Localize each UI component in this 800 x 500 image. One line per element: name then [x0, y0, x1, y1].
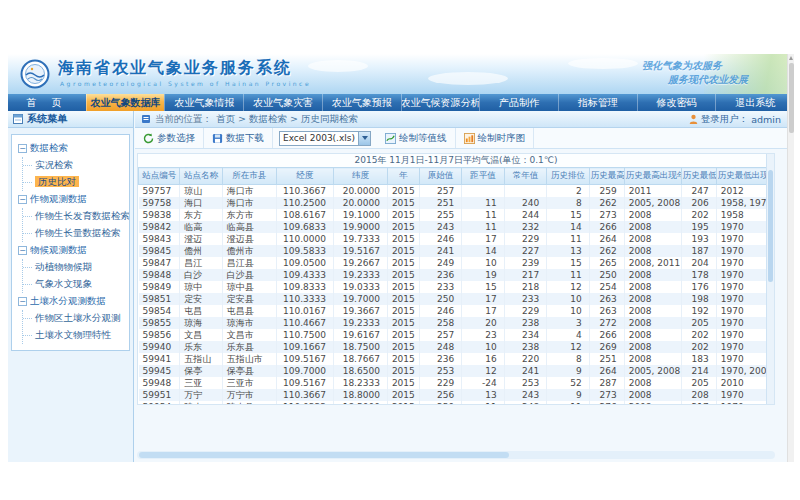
param-select-button[interactable]: 参数选择: [135, 128, 204, 148]
tree-item-1-0[interactable]: 作物生长发育数据检索: [23, 208, 129, 225]
table-row: 59941五指山五指山市109.516718.76672015236162208…: [139, 353, 774, 365]
table-scrollbar-thumb[interactable]: [768, 170, 773, 282]
table-cell: 18.8000: [333, 389, 387, 401]
table-cell: 202: [681, 209, 716, 221]
table-scrollbar[interactable]: [766, 154, 774, 404]
table-cell: 乐东: [180, 341, 223, 353]
nav-item-5[interactable]: 农业气候资源分析: [401, 94, 480, 111]
nav-item-9[interactable]: 退出系统: [715, 94, 794, 111]
table-cell: 110.0167: [276, 305, 333, 317]
table-row: 59849琼中琼中县109.833319.0333201523315218122…: [139, 281, 774, 293]
table-cell: 琼海: [180, 317, 223, 329]
nav-item-4[interactable]: 农业气象预报: [322, 94, 401, 111]
draw-timeseries-label: 绘制时序图: [478, 132, 526, 145]
table-cell: 110.3667: [276, 389, 333, 401]
table-cell: 109.5833: [276, 245, 333, 257]
column-header: 站点名称: [180, 168, 223, 185]
nav-item-8[interactable]: 修改密码: [637, 94, 716, 111]
column-header: 历史最低出现年份: [716, 168, 773, 185]
nav-item-7[interactable]: 指标管理: [558, 94, 637, 111]
table-cell: 三亚市: [222, 377, 276, 389]
app-titles: 海南省农业气象业务服务系统 Agrometeorological System …: [58, 58, 311, 87]
table-cell: 12: [547, 281, 590, 293]
table-cell: 59848: [139, 269, 180, 281]
table-cell: 1970: [716, 353, 773, 365]
tree-node-1[interactable]: −作物观测数据: [12, 191, 129, 208]
table-cell: 1970: [716, 245, 773, 257]
table-cell: 19.3667: [333, 305, 387, 317]
tree-item-1-1[interactable]: 作物生长量数据检索: [23, 225, 129, 242]
table-cell: 屯昌县: [222, 305, 276, 317]
table-cell: 文昌: [180, 329, 223, 341]
column-header: 经度: [276, 168, 333, 185]
draw-timeseries-button[interactable]: 绘制时序图: [456, 128, 535, 148]
collapse-icon[interactable]: −: [18, 195, 27, 204]
table-cell: 259: [589, 185, 624, 198]
table-cell: 儋州: [180, 245, 223, 257]
data-download-button[interactable]: 数据下载: [204, 128, 273, 148]
table-cell: 19.5167: [333, 245, 387, 257]
table-cell: 250: [419, 293, 462, 305]
horizontal-scrollbar[interactable]: [137, 451, 775, 459]
column-header: 历史最低: [681, 168, 716, 185]
table-cell: 琼中: [180, 281, 223, 293]
tree-item-3-0[interactable]: 作物区土壤水分观测: [23, 310, 129, 327]
table-cell: 2015: [387, 317, 419, 329]
table-cell: 232: [504, 221, 547, 233]
table-cell: 2008: [624, 281, 681, 293]
table-cell: 12: [547, 341, 590, 353]
nav-item-3[interactable]: 农业气象灾害: [243, 94, 322, 111]
table-row: 59948三亚三亚市109.516718.23332015229-2425352…: [139, 377, 774, 389]
column-header: 站点编号: [139, 168, 180, 185]
horizontal-scrollbar-thumb[interactable]: [139, 452, 509, 458]
table-cell: 246: [419, 233, 462, 245]
table-cell: 2008: [624, 305, 681, 317]
table-row: 59843澄迈澄迈县110.000019.7333201524617229112…: [139, 233, 774, 245]
table-cell: 273: [589, 389, 624, 401]
tree-node-0[interactable]: −数据检索: [12, 140, 129, 157]
contour-chart-icon: [385, 133, 396, 144]
tree-item-0-0[interactable]: 实况检索: [23, 157, 129, 174]
nav-item-6[interactable]: 产品制作: [479, 94, 558, 111]
table-cell: 19.2333: [333, 317, 387, 329]
nav-item-1[interactable]: 农业气象数据库: [86, 94, 165, 111]
table-cell: 11: [462, 221, 505, 233]
table-cell: 1970: [716, 329, 773, 341]
tree-node-2[interactable]: −物候观测数据: [12, 242, 129, 259]
table-cell: 15: [547, 257, 590, 269]
page-scrollbar-thumb[interactable]: [789, 63, 794, 133]
format-select[interactable]: Excel 2003(.xls): [279, 131, 371, 146]
nav-item-0[interactable]: 首 页: [8, 94, 86, 111]
draw-contour-button[interactable]: 绘制等值线: [377, 128, 456, 148]
table-cell: 265: [589, 257, 624, 269]
table-cell: 琼中县: [222, 281, 276, 293]
page-scrollbar[interactable]: [787, 54, 794, 462]
table-cell: 2008: [624, 341, 681, 353]
table-cell: 287: [589, 377, 624, 389]
tree-node-3[interactable]: −土壤水分观测数据: [12, 293, 129, 310]
table-cell: 保亭: [180, 365, 223, 377]
table-row: 59854屯昌屯昌县110.016719.3667201524617229102…: [139, 305, 774, 317]
table-cell: 183: [681, 353, 716, 365]
collapse-icon[interactable]: −: [18, 297, 27, 306]
chevron-down-icon[interactable]: [358, 132, 370, 145]
save-disk-icon: [212, 133, 223, 144]
tree-item-2-0[interactable]: 动植物物候期: [23, 259, 129, 276]
tree-item-0-1[interactable]: 历史比对: [23, 174, 129, 191]
table-cell: 儋州市: [222, 245, 276, 257]
table-cell: 247: [681, 185, 716, 198]
scroll-up-icon[interactable]: [789, 56, 793, 60]
table-cell: 定安: [180, 293, 223, 305]
collapse-icon[interactable]: −: [18, 144, 27, 153]
collapse-icon[interactable]: −: [18, 246, 27, 255]
table-cell: 229: [419, 377, 462, 389]
nav-item-2[interactable]: 农业气象情报: [164, 94, 243, 111]
table-cell: 19.7000: [333, 293, 387, 305]
column-header: 年: [387, 168, 419, 185]
breadcrumb[interactable]: 首页 > 数据检索 > 历史同期检索: [216, 113, 358, 126]
tree-item-3-1[interactable]: 土壤水文物理特性: [23, 327, 129, 344]
tree-item-2-1[interactable]: 气象水文现象: [23, 276, 129, 293]
table-cell: 白沙: [180, 269, 223, 281]
table-cell: 59758: [139, 197, 180, 209]
table-cell: 205: [681, 317, 716, 329]
